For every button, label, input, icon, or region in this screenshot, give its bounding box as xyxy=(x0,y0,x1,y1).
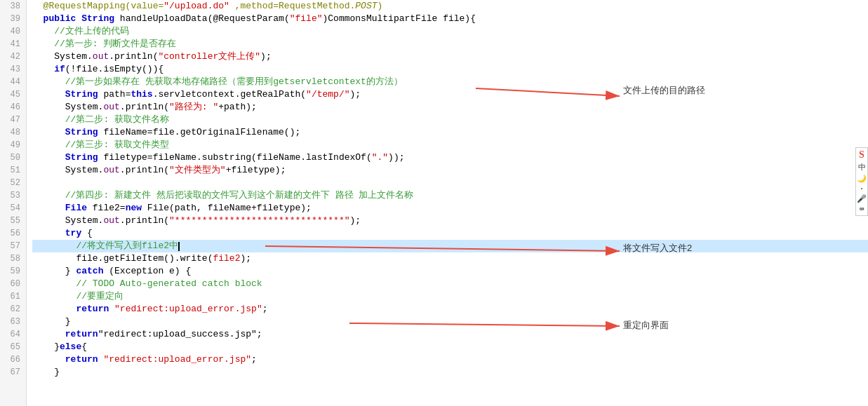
code-line-50: String filetype=fileName.substring(fileN… xyxy=(32,151,868,164)
code-line-62: return "redirect:upload_error.jsp"; xyxy=(32,303,868,316)
code-line-52 xyxy=(32,177,868,189)
annotation-redirect: 重定向界面 xyxy=(623,319,669,332)
code-line-65: }else{ xyxy=(32,341,868,353)
code-line-54: File file2=new File(path, fileName+filet… xyxy=(32,202,868,215)
code-line-61: //要重定向 xyxy=(32,290,868,303)
code-line-59: } catch (Exception e) { xyxy=(32,265,868,278)
code-line-38: @RequestMapping(value="/upload.do" ,meth… xyxy=(32,0,868,13)
code-line-56: try { xyxy=(32,227,868,240)
annotation-write-file: 将文件写入文件2 xyxy=(623,242,692,255)
annotation-upload-path: 文件上传的目的路径 xyxy=(623,84,705,97)
code-line-46: System.out.println("路径为: "+path); xyxy=(32,101,868,114)
mic-icon[interactable]: 🎤 xyxy=(857,194,867,203)
code-line-43: if(!file.isEmpty()){ xyxy=(32,63,868,76)
code-line-49: //第三步: 获取文件类型 xyxy=(32,139,868,151)
code-area[interactable]: @RequestMapping(value="/upload.do" ,meth… xyxy=(27,0,868,406)
sogou-logo: S xyxy=(859,149,864,161)
code-line-63: } xyxy=(32,316,868,328)
code-line-45: String path=this.servletcontext.getRealP… xyxy=(32,88,868,101)
code-line-55: System.out.println("********************… xyxy=(32,215,868,227)
code-line-58: file.getFileItem().write(file2); xyxy=(32,252,868,265)
code-line-51: System.out.println("文件类型为"+filetype); xyxy=(32,164,868,177)
code-line-48: String fileName=file.getOriginalFilename… xyxy=(32,126,868,139)
code-line-67: } xyxy=(32,366,868,379)
code-line-47: //第二步: 获取文件名称 xyxy=(32,114,868,126)
line-numbers: 38 39 40 41 42 43 44 45 46 47 48 49 50 5… xyxy=(0,0,27,406)
code-line-60: // TODO Auto-generated catch block xyxy=(32,278,868,290)
code-line-42: System.out.println("controller文件上传"); xyxy=(32,50,868,63)
code-line-44: //第一步如果存在 先获取本地存储路径（需要用到getservletcontex… xyxy=(32,76,868,88)
dot-icon[interactable]: · xyxy=(860,184,864,193)
code-line-53: //第四步: 新建文件 然后把读取的文件写入到这个新建的文件下 路径 加上文件名… xyxy=(32,189,868,202)
keyboard-icon[interactable]: ⌨ xyxy=(860,205,864,214)
code-line-64: return"redirect:upload_success.jsp"; xyxy=(32,328,868,341)
lang-icon[interactable]: 中 xyxy=(858,162,866,172)
code-line-40: //文件上传的代码 xyxy=(32,25,868,38)
code-line-66: return "redirect:upload_error.jsp"; xyxy=(32,353,868,366)
editor-container: 38 39 40 41 42 43 44 45 46 47 48 49 50 5… xyxy=(0,0,868,406)
code-line-39: public String handleUploadData(@RequestP… xyxy=(32,13,868,25)
right-toolbar: S 中 🌙 · 🎤 ⌨ xyxy=(855,147,868,216)
code-line-41: //第一步: 判断文件是否存在 xyxy=(32,38,868,50)
moon-icon[interactable]: 🌙 xyxy=(857,174,867,183)
code-line-57: //将文件写入到file2中 xyxy=(32,240,868,252)
